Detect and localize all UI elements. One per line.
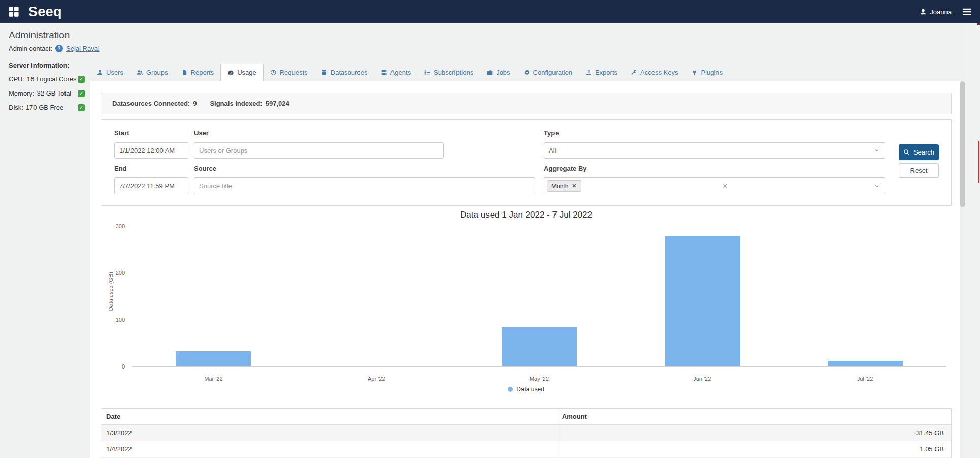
gauge-icon: [227, 69, 234, 76]
page-title: Administration: [9, 29, 980, 41]
aggregate-month-tag: Month ✕: [547, 180, 581, 192]
chart-y-ticks: 0100200300: [101, 226, 129, 367]
admin-contact-link[interactable]: Sejal Raval: [66, 45, 100, 52]
end-date-input[interactable]: [114, 177, 188, 194]
chart-bar[interactable]: [665, 236, 740, 366]
chart-legend[interactable]: Data used: [101, 386, 952, 393]
server-info-rows: CPU:16 Logical Cores✓Memory:32 GB Total✓…: [9, 75, 90, 111]
briefcase-icon: [486, 69, 493, 76]
tab-label: Subscriptions: [434, 69, 473, 76]
server-info-row: Disk:170 GB Free✓: [9, 104, 85, 111]
server-info-row: CPU:16 Logical Cores✓: [9, 75, 85, 83]
check-icon: ✓: [78, 76, 85, 83]
tab-area: UsersGroupsReportsUsageRequestsDatasourc…: [90, 57, 960, 458]
date-column-header: Date: [101, 409, 557, 425]
tab-users[interactable]: Users: [90, 64, 130, 81]
chart-bar[interactable]: [176, 351, 251, 366]
tab-label: Reports: [191, 69, 214, 76]
tab-label: Jobs: [496, 69, 510, 76]
amount-cell: 31.45 GB: [557, 425, 951, 441]
remove-tag-icon[interactable]: ✕: [572, 182, 576, 189]
tab-requests[interactable]: Requests: [264, 64, 314, 81]
usage-table-body: 1/3/202231.45 GB1/4/20221.05 GB: [101, 425, 952, 457]
usage-table: Date Amount 1/3/202231.45 GB1/4/20221.05…: [101, 408, 952, 457]
tab-jobs[interactable]: Jobs: [480, 64, 516, 81]
check-icon: ✓: [78, 104, 85, 111]
key-icon: [631, 69, 637, 76]
tab-label: Groups: [146, 69, 168, 76]
x-tick-label: Mar '22: [132, 376, 295, 382]
aggregate-by-label: Aggregate By: [544, 165, 587, 172]
tab-subscriptions[interactable]: Subscriptions: [417, 64, 480, 81]
x-tick-label: May '22: [458, 376, 621, 382]
tab-datasources[interactable]: Datasources: [314, 64, 374, 81]
user-menu[interactable]: Joanna: [920, 8, 952, 16]
chart-bar[interactable]: [828, 361, 903, 366]
tab-usage[interactable]: Usage: [220, 64, 264, 81]
tab-access-keys[interactable]: Access Keys: [624, 64, 684, 81]
tab-label: Exports: [595, 69, 617, 76]
usage-tab-panel: Datasources Connected: 9 Signals Indexed…: [90, 81, 960, 458]
y-tick-label: 300: [116, 223, 125, 229]
bar-slot: [132, 226, 295, 366]
bar-slot: [295, 226, 458, 366]
tab-plugins[interactable]: Plugins: [684, 64, 729, 81]
hamburger-menu-icon[interactable]: [962, 7, 972, 17]
type-selected-value: All: [549, 147, 556, 155]
type-select[interactable]: All: [544, 142, 885, 159]
list-icon: [424, 69, 431, 76]
clear-select-icon[interactable]: ×: [723, 182, 727, 190]
y-tick-label: 100: [116, 317, 125, 323]
tab-label: Users: [106, 69, 123, 76]
search-button[interactable]: Search: [899, 144, 939, 160]
help-question-icon: ?: [55, 45, 63, 52]
server-info-row: Memory:32 GB Total✓: [9, 89, 85, 97]
reset-button[interactable]: Reset: [899, 163, 939, 178]
start-date-input[interactable]: [114, 142, 188, 159]
chevron-down-icon: [874, 147, 880, 154]
table-row: 1/3/202231.45 GB: [101, 425, 952, 441]
tab-reports[interactable]: Reports: [175, 64, 221, 81]
user-filter-input[interactable]: [194, 142, 444, 159]
tab-label: Agents: [390, 69, 411, 76]
user-name: Joanna: [930, 8, 952, 16]
chart-plot: [132, 226, 946, 367]
tab-configuration[interactable]: Configuration: [517, 64, 579, 81]
chart-legend-label: Data used: [516, 386, 544, 393]
apps-grid-icon[interactable]: [8, 6, 19, 17]
history-icon: [270, 69, 277, 76]
source-label: Source: [194, 165, 216, 172]
scrollbar-thumb[interactable]: [960, 81, 965, 207]
gears-icon: [524, 69, 530, 76]
tab-label: Plugins: [701, 69, 723, 76]
chart-bar[interactable]: [502, 327, 577, 366]
signals-indexed-stat: Signals Indexed: 597,024: [210, 100, 289, 107]
tab-label: Usage: [237, 69, 256, 76]
type-label: Type: [544, 129, 559, 137]
date-cell: 1/3/2022: [101, 425, 557, 441]
tab-groups[interactable]: Groups: [130, 64, 175, 81]
user-icon: [920, 8, 927, 15]
chart-title: Data used 1 Jan 2022 - 7 Jul 2022: [101, 210, 952, 220]
aggregate-by-select[interactable]: Month ✕ ×: [544, 177, 885, 194]
seeq-logo[interactable]: Seeq: [28, 4, 62, 20]
amount-cell: 1.05 GB: [557, 441, 951, 457]
plug-icon: [691, 69, 698, 76]
tab-agents[interactable]: Agents: [374, 64, 417, 81]
filter-box: Start User Type All Search: [101, 119, 952, 206]
bar-slot: [620, 226, 783, 366]
source-filter-input[interactable]: [194, 177, 535, 194]
y-tick-label: 200: [116, 270, 125, 276]
server-info-heading: Server Information:: [9, 62, 90, 69]
x-tick-label: Jul '22: [783, 376, 946, 382]
check-icon: ✓: [78, 90, 85, 97]
chevron-down-icon: [874, 183, 880, 189]
tab-exports[interactable]: Exports: [579, 64, 624, 81]
x-tick-label: Apr '22: [295, 376, 458, 382]
report-icon: [181, 69, 188, 76]
stats-bar: Datasources Connected: 9 Signals Indexed…: [101, 93, 952, 114]
scrollbar-track: [960, 23, 965, 458]
user-icon: [96, 69, 103, 76]
tab-label: Requests: [280, 69, 308, 76]
export-icon: [585, 69, 592, 76]
